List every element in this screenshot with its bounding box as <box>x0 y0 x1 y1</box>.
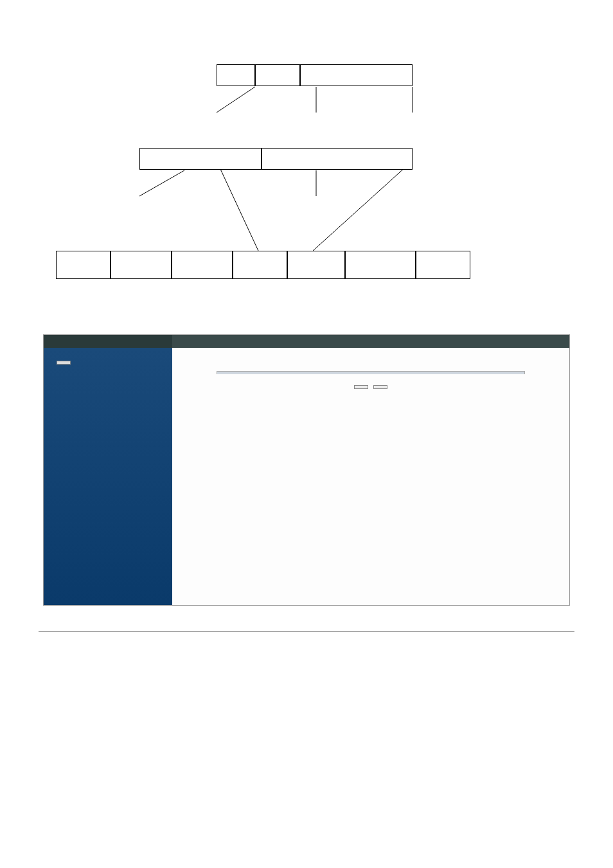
logout-button[interactable] <box>57 361 71 365</box>
tpid-box <box>139 148 262 170</box>
priority-table-title <box>217 371 525 374</box>
data-box <box>345 251 416 279</box>
svg-line-6 <box>313 161 413 251</box>
brand-logo <box>44 335 172 348</box>
apply-button[interactable] <box>354 385 368 389</box>
sidebar-nav <box>44 348 172 605</box>
cfi-box <box>255 64 300 86</box>
tag-blank-box <box>233 251 287 279</box>
svg-line-0 <box>217 87 255 113</box>
tci-box <box>262 148 413 170</box>
vlan-id-box <box>300 64 413 86</box>
qos-screenshot <box>43 334 570 606</box>
vlan-tag-diagram <box>56 64 557 309</box>
dest-addr-box <box>111 251 172 279</box>
eth-type-box <box>287 251 345 279</box>
preamble-box <box>56 251 111 279</box>
blank-priority-box <box>217 64 255 86</box>
svg-line-3 <box>139 170 184 196</box>
src-addr-box <box>172 251 233 279</box>
svg-line-5 <box>217 161 258 251</box>
fcs-box <box>416 251 470 279</box>
cancel-button[interactable] <box>373 385 387 389</box>
page-number <box>39 631 574 637</box>
